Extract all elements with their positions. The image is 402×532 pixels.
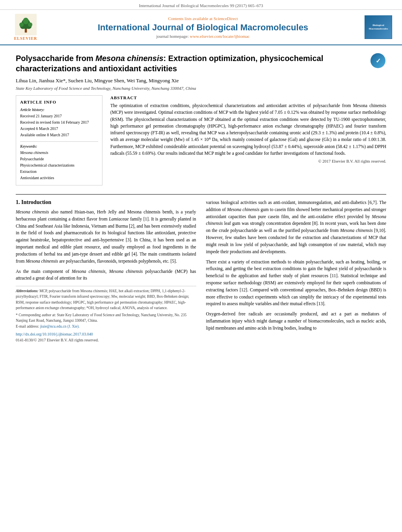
journal-logo-right: Biological Macromolecules: [363, 15, 394, 39]
svg-point-5: [23, 18, 29, 24]
journal-title-center: Contents lists available at ScienceDirec…: [47, 16, 359, 39]
keyword-2: Polysaccharide: [20, 156, 98, 162]
received-date: Received 21 January 2017: [20, 113, 98, 119]
article-info-title: ARTICLE INFO: [20, 100, 98, 104]
right-para-2: There exist a variety of extraction meth…: [206, 259, 387, 308]
body-two-col: 1. Introduction Mesona chinensis also na…: [16, 199, 386, 343]
article-history-label: Article history:: [20, 108, 98, 112]
abstract-text: The optimization of extraction condition…: [110, 102, 386, 157]
authors: Lihua Lin, Jianhua Xie*, Suchen Liu, Min…: [16, 78, 386, 84]
article-info-abstract-columns: ARTICLE INFO Article history: Received 2…: [16, 95, 386, 185]
elsevier-label: ELSEVIER: [14, 36, 37, 41]
journal-number: International Journal of Biological Macr…: [139, 3, 263, 8]
intro-para-1: Mesona chinensis also named Hsian-tsao, …: [16, 209, 196, 265]
main-separator: [16, 194, 386, 195]
right-para-3: Oxygen-derived free radicals are occasio…: [206, 311, 387, 332]
left-column: ARTICLE INFO Article history: Received 2…: [16, 95, 102, 185]
abstract-section: ABSTRACT The optimization of extraction …: [110, 95, 386, 163]
journal-main-title: International Journal of Biological Macr…: [47, 22, 359, 33]
corresponding-author: * Corresponding author at: State Key Lab…: [16, 312, 196, 324]
keyword-4: Extraction: [20, 169, 98, 175]
body-right-column: various biological activities such as an…: [206, 199, 387, 343]
revised-date: Received in revised form 14 February 201…: [20, 119, 98, 126]
such-text: such: [258, 200, 266, 205]
page: International Journal of Biological Macr…: [0, 0, 402, 532]
journal-homepage-link[interactable]: www.elsevier.com/locate/ijbiomac: [190, 34, 249, 39]
keyword-3: Physicochemical characterizations: [20, 162, 98, 169]
email-info: E-mail address: jiuie@ncu.edu.cn (J. Xie…: [16, 324, 196, 329]
accepted-date: Accepted 6 March 2017: [20, 126, 98, 132]
introduction-title: 1. Introduction: [16, 199, 196, 206]
keywords-label: Keywords:: [20, 144, 98, 148]
body-content: 1. Introduction Mesona chinensis also na…: [0, 199, 402, 343]
crossmark-badge: ✓: [370, 53, 386, 69]
available-date: Available online 8 March 2017: [20, 132, 98, 138]
right-para-1: various biological activities such as an…: [206, 199, 387, 256]
svg-point-6: [19, 22, 24, 27]
sciencedirect-brand[interactable]: ScienceDirect: [214, 16, 238, 21]
intro-para-2: As the main component of Mesona chinensi…: [16, 268, 196, 282]
svg-point-7: [28, 22, 32, 27]
abstract-title: ABSTRACT: [110, 95, 386, 100]
copyright-line: © 2017 Elsevier B.V. All rights reserved…: [110, 159, 386, 163]
journal-logo-box: Biological Macromolecules: [365, 15, 392, 39]
sciencedirect-link: Contents lists available at ScienceDirec…: [47, 16, 359, 21]
affiliation: State Key Laboratory of Food Science and…: [16, 86, 386, 91]
elsevier-logo: ELSEVIER: [8, 14, 43, 41]
keywords-list: Mesona chinensis Polysaccharide Physicoc…: [20, 150, 98, 181]
issn-line: 0141-8130/© 2017 Elsevier B.V. All right…: [16, 337, 196, 343]
keyword-5: Antioxidant activities: [20, 175, 98, 181]
doi-line[interactable]: http://dx.doi.org/10.1016/j.ijbiomac.201…: [16, 331, 196, 337]
body-left-column: 1. Introduction Mesona chinensis also na…: [16, 199, 196, 343]
elsevier-tree-icon: [15, 14, 37, 35]
crossmark-icon: ✓: [370, 53, 385, 68]
right-column: ABSTRACT The optimization of extraction …: [110, 95, 386, 185]
article-title-section: Polysaccharide from Mesona chinensis: Ex…: [16, 53, 386, 74]
article-title-italic: Mesona chinensis: [95, 54, 163, 63]
footnote-area: Abbreviations: MCP, polysaccharide from …: [16, 286, 196, 343]
journal-top-bar: International Journal of Biological Macr…: [0, 0, 402, 10]
article-content: Polysaccharide from Mesona chinensis: Ex…: [0, 45, 402, 189]
divider: [20, 141, 98, 142]
journal-homepage: journal homepage: www.elsevier.com/locat…: [47, 34, 359, 39]
article-info-box: ARTICLE INFO Article history: Received 2…: [16, 95, 102, 185]
abbreviations: Abbreviations: MCP, polysaccharide from …: [16, 288, 196, 311]
keyword-1: Mesona chinensis: [20, 150, 98, 156]
article-title: Polysaccharide from Mesona chinensis: Ex…: [16, 53, 365, 74]
journal-header: ELSEVIER Contents lists available at Sci…: [0, 10, 402, 45]
article-title-text: Polysaccharide from Mesona chinensis: Ex…: [16, 53, 365, 74]
article-dates: Received 21 January 2017 Received in rev…: [20, 113, 98, 138]
